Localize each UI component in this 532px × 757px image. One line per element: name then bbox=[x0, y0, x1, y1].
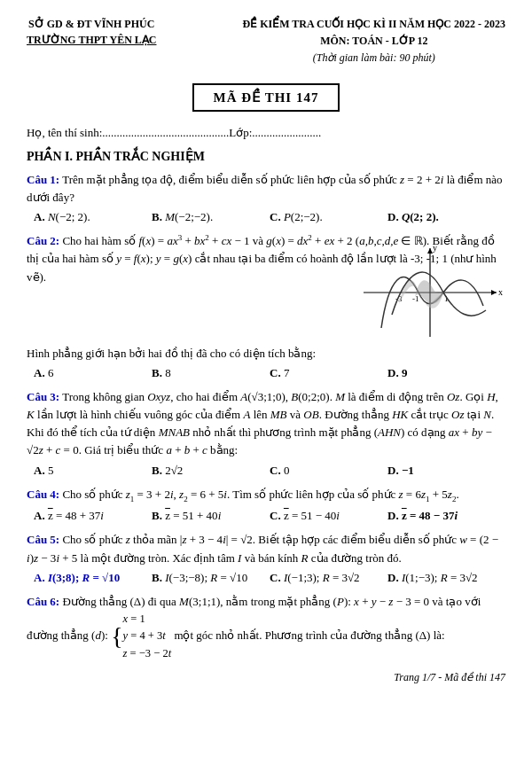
made-container: MÃ ĐỀ THI 147 bbox=[27, 76, 505, 119]
q3-choice-d: D. −1 bbox=[387, 462, 505, 480]
q2-area-label: Hình phẳng giới hạn bởi hai đồ thị đã ch… bbox=[27, 345, 505, 363]
q3-label: Câu 3: bbox=[27, 390, 59, 403]
q3-choice-a: A. 5 bbox=[34, 462, 152, 480]
q1-choice-d: D. Q(2; 2). bbox=[387, 208, 505, 226]
school-name: TRƯỜNG THPT YÊN LẠC bbox=[27, 32, 156, 48]
header-right: ĐỀ KIỂM TRA CUỐI HỌC KÌ II NĂM HỌC 2022 … bbox=[243, 16, 505, 67]
q2-choice-b: B. 8 bbox=[152, 364, 270, 382]
q4-text: Cho số phức z1 = 3 + 2i, z2 = 6 + 5i. Tì… bbox=[62, 488, 458, 501]
question-1: Câu 1: Trên mặt phẳng tọa độ, điểm biểu … bbox=[27, 171, 505, 226]
q3-choices: A. 5 B. 2√2 C. 0 D. −1 bbox=[27, 462, 505, 480]
q4-choice-d: D. z = 48 − 37i bbox=[387, 507, 505, 525]
subject: MÔN: TOÁN - LỚP 12 bbox=[243, 33, 505, 50]
q5-choices: A. I(3;8); R = √10 B. I(−3;−8); R = √10 … bbox=[27, 569, 505, 587]
q4-choices: A. z = 48 + 37i B. z = 51 + 40i C. z = 5… bbox=[27, 507, 505, 525]
q1-text: Trên mặt phẳng tọa độ, điểm biểu diễn số… bbox=[27, 173, 503, 204]
q1-choice-a: A. N(−2; 2). bbox=[34, 208, 152, 226]
header-left: SỞ GD & ĐT VĨNH PHÚC TRƯỜNG THPT YÊN LẠC bbox=[27, 16, 156, 67]
q3-text: Trong không gian Oxyz, cho hai điểm A(√3… bbox=[27, 390, 498, 457]
q2-choices: A. 6 B. 8 C. 7 D. 9 bbox=[27, 364, 505, 382]
question-3: Câu 3: Trong không gian Oxyz, cho hai đi… bbox=[27, 388, 505, 480]
q1-choice-b: B. M(−2;−2). bbox=[152, 208, 270, 226]
q2-choice-a: A. 6 bbox=[34, 364, 152, 382]
q2-choice-d: D. 9 bbox=[387, 364, 505, 382]
q1-choices: A. N(−2; 2). B. M(−2;−2). C. P(2;−2). D.… bbox=[27, 208, 505, 226]
time: (Thời gian làm bài: 90 phút) bbox=[243, 50, 505, 66]
section1-title: PHẦN I. PHẦN TRẮC NGHIỆM bbox=[27, 149, 505, 164]
q3-choice-b: B. 2√2 bbox=[152, 462, 270, 480]
svg-marker-2 bbox=[491, 290, 497, 295]
svg-text:x: x bbox=[498, 287, 503, 297]
q5-choice-d: D. I(1;−3); R = 3√2 bbox=[387, 569, 505, 587]
q5-choice-a: A. I(3;8); R = √10 bbox=[34, 569, 152, 587]
q5-choice-c: C. I(−1;3); R = 3√2 bbox=[270, 569, 387, 587]
q1-label: Câu 1: bbox=[27, 173, 59, 186]
question-2: Câu 2: Cho hai hàm số f(x) = ax3 + bx2 +… bbox=[27, 232, 505, 382]
q4-choice-b: B. z = 51 + 40i bbox=[152, 507, 270, 525]
footer: Trang 1/7 - Mã đề thi 147 bbox=[27, 671, 505, 684]
q1-choice-c: C. P(2;−2). bbox=[270, 208, 387, 226]
school-dept: SỞ GD & ĐT VĨNH PHÚC bbox=[27, 16, 156, 32]
q2-choice-c: C. 7 bbox=[270, 364, 387, 382]
student-info: Họ, tên thí sinh:.......................… bbox=[27, 126, 505, 140]
question-5: Câu 5: Cho số phức z thỏa mãn |z + 3 − 4… bbox=[27, 531, 505, 586]
q2-label: Câu 2: bbox=[27, 234, 59, 247]
q5-choice-b: B. I(−3;−8); R = √10 bbox=[152, 569, 270, 587]
q4-choice-c: C. z = 51 − 40i bbox=[270, 507, 387, 525]
q3-choice-c: C. 0 bbox=[270, 462, 387, 480]
q4-label: Câu 4: bbox=[27, 488, 59, 501]
graph-svg: x y -3 -1 1 bbox=[355, 244, 505, 341]
question-4: Câu 4: Cho số phức z1 = 3 + 2i, z2 = 6 +… bbox=[27, 486, 505, 526]
made-box: MÃ ĐỀ THI 147 bbox=[192, 83, 340, 112]
q6-dline: đường thẳng (d): { x = 1 y = 4 + 3t z = … bbox=[27, 628, 445, 642]
header: SỞ GD & ĐT VĨNH PHÚC TRƯỜNG THPT YÊN LẠC… bbox=[27, 16, 505, 67]
q6-text: Đường thẳng (Δ) đi qua M(3;1;1), nằm tro… bbox=[62, 595, 481, 608]
svg-text:y: y bbox=[433, 244, 437, 253]
q5-label: Câu 5: bbox=[27, 533, 59, 546]
question-6: Câu 6: Đường thẳng (Δ) đi qua M(3;1;1), … bbox=[27, 593, 505, 662]
q4-choice-a: A. z = 48 + 37i bbox=[34, 507, 152, 525]
q6-label: Câu 6: bbox=[27, 595, 59, 608]
exam-title: ĐỀ KIỂM TRA CUỐI HỌC KÌ II NĂM HỌC 2022 … bbox=[243, 16, 505, 33]
q5-text: Cho số phức z thỏa mãn |z + 3 − 4i| = √2… bbox=[27, 533, 498, 564]
